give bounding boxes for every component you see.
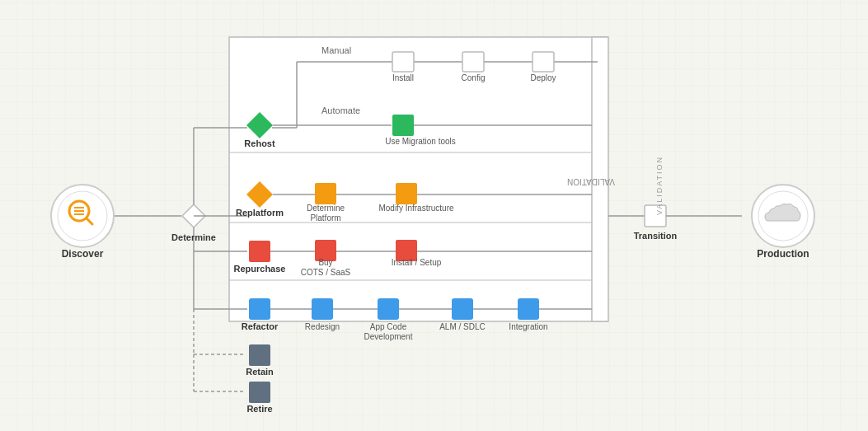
app-code-label1: App Code	[370, 322, 407, 331]
retire-label: Retire	[246, 404, 272, 414]
redesign-box	[312, 298, 333, 320]
integration-label: Integration	[509, 322, 547, 331]
manual-label: Manual	[321, 45, 351, 55]
automate-label: Automate	[321, 105, 360, 115]
integration-box	[518, 298, 539, 320]
rehost-label: Rehost	[244, 138, 275, 148]
transition-label: Transition	[634, 231, 678, 241]
retire-box	[249, 382, 270, 403]
replatform-label: Replatform	[236, 208, 284, 218]
production-label: Production	[757, 248, 809, 260]
determine-label: Determine	[171, 232, 216, 242]
buy-cots-label2: COTS / SaaS	[301, 268, 351, 277]
retain-box	[249, 344, 270, 366]
det-platform-label1: Determine	[307, 204, 345, 213]
validation-label: VALIDATION	[567, 177, 615, 186]
use-migration-box	[392, 115, 414, 136]
repurchase-label: Repurchase	[234, 264, 286, 274]
install-setup-label: Install / Setup	[392, 258, 442, 267]
retain-label: Retain	[246, 367, 274, 377]
validation-text: VALIDATION	[655, 156, 664, 215]
refactor-box	[249, 298, 270, 320]
repurchase-box	[249, 241, 270, 262]
install-label: Install	[392, 73, 414, 82]
determine-platform-box	[315, 183, 336, 204]
config-box	[462, 52, 484, 72]
det-platform-label2: Platform	[310, 213, 340, 223]
redesign-label: Redesign	[305, 322, 340, 331]
diagram-svg: VALIDATION Manual Automate	[0, 0, 868, 431]
discover-circle-inner	[58, 191, 107, 241]
buy-cots-label1: Buy	[318, 258, 332, 267]
migration-diagram: VALIDATION Manual Automate	[0, 0, 868, 431]
refactor-label: Refactor	[242, 321, 279, 331]
app-code-label2: Development	[364, 332, 413, 341]
alm-sdlc-label: ALM / SDLC	[439, 322, 486, 331]
discover-label: Discover	[62, 248, 104, 260]
modify-infra-box	[396, 183, 417, 204]
install-box	[392, 52, 414, 72]
deploy-box	[533, 52, 554, 72]
modify-infra-label: Modify Infrastructure	[378, 204, 454, 213]
deploy-label: Deploy	[530, 73, 556, 82]
use-migration-label: Use Migration tools	[385, 137, 456, 146]
alm-sdlc-box	[452, 298, 473, 320]
config-label: Config	[462, 73, 486, 82]
app-code-box	[378, 298, 399, 320]
